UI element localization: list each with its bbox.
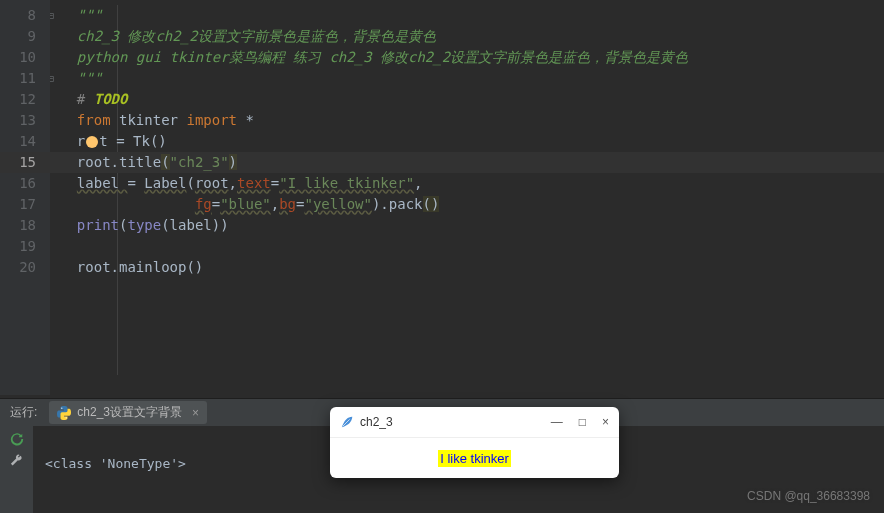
code-text: r bbox=[77, 133, 85, 149]
line-number: 8 bbox=[0, 5, 50, 26]
tk-body: I like tkinker bbox=[330, 438, 619, 478]
import-star: * bbox=[245, 112, 253, 128]
line-number: 20 bbox=[0, 257, 50, 278]
paren: ( bbox=[161, 217, 169, 233]
builtin-type: type bbox=[127, 217, 161, 233]
var-label: label bbox=[77, 175, 128, 191]
watermark: CSDN @qq_36683398 bbox=[747, 489, 870, 503]
rerun-icon[interactable] bbox=[10, 432, 24, 446]
maximize-icon[interactable]: □ bbox=[579, 415, 586, 429]
run-tab[interactable]: ch2_3设置文字背景 × bbox=[49, 401, 207, 424]
tk-title-text: ch2_3 bbox=[360, 415, 393, 429]
method-pack: .pack bbox=[380, 196, 422, 212]
line-number: 18 bbox=[0, 215, 50, 236]
comma: , bbox=[271, 196, 279, 212]
parens: )) bbox=[212, 217, 229, 233]
eq: = bbox=[271, 175, 279, 191]
line-number: 13 bbox=[0, 110, 50, 131]
comma: , bbox=[229, 175, 237, 191]
docstring-quote: """ bbox=[77, 70, 102, 86]
comment-hash: # bbox=[77, 91, 94, 107]
lightbulb-icon[interactable] bbox=[86, 136, 98, 148]
code-text: root.title bbox=[77, 154, 161, 170]
tk-label: I like tkinker bbox=[438, 450, 511, 467]
builtin-print: print bbox=[77, 217, 119, 233]
line-number: 9 bbox=[0, 26, 50, 47]
line-number: 11 bbox=[0, 68, 50, 89]
paren: ( bbox=[161, 154, 169, 170]
code-area[interactable]: ⊟ """ ch2_3 修改ch2_2设置文字前景色是蓝色，背景色是黄色 pyt… bbox=[50, 0, 884, 395]
python-icon bbox=[57, 406, 71, 420]
keyword-import: import bbox=[186, 112, 245, 128]
minimize-icon[interactable]: — bbox=[551, 415, 563, 429]
close-icon[interactable]: × bbox=[602, 415, 609, 429]
parens: () bbox=[423, 196, 440, 212]
kwarg-fg: fg bbox=[195, 196, 212, 212]
wrench-icon[interactable] bbox=[10, 454, 24, 468]
line-gutter: 8 9 10 11 12 13 14 15 16 17 18 19 20 bbox=[0, 0, 50, 395]
var-label: label bbox=[170, 217, 212, 233]
run-label: 运行: bbox=[10, 404, 37, 421]
line-number: 16 bbox=[0, 173, 50, 194]
kwarg-text: text bbox=[237, 175, 271, 191]
docstring-line: ch2_3 修改ch2_2设置文字前景色是蓝色，背景色是黄色 bbox=[77, 28, 436, 44]
feather-icon bbox=[340, 415, 354, 429]
todo-marker: TODO bbox=[94, 91, 128, 107]
close-icon[interactable]: × bbox=[192, 406, 199, 420]
tkinter-window[interactable]: ch2_3 — □ × I like tkinker bbox=[330, 407, 619, 478]
parens: () bbox=[186, 259, 203, 275]
line-number: 12 bbox=[0, 89, 50, 110]
code-editor[interactable]: 8 9 10 11 12 13 14 15 16 17 18 19 20 ⊟ "… bbox=[0, 0, 884, 395]
paren: ( bbox=[186, 175, 194, 191]
paren: ) bbox=[229, 154, 237, 170]
comma: , bbox=[414, 175, 422, 191]
kwarg-bg: bg bbox=[279, 196, 296, 212]
svg-point-1 bbox=[66, 417, 67, 418]
tk-titlebar[interactable]: ch2_3 — □ × bbox=[330, 407, 619, 438]
string-literal: "I like tkinker" bbox=[279, 175, 414, 191]
docstring-line: python gui tkinter菜鸟编程 练习 ch2_3 修改ch2_2设… bbox=[77, 49, 688, 65]
line-number: 19 bbox=[0, 236, 50, 257]
eq: = bbox=[212, 196, 220, 212]
class-name: Label bbox=[144, 175, 186, 191]
run-tab-label: ch2_3设置文字背景 bbox=[77, 404, 182, 421]
parens: () bbox=[150, 133, 167, 149]
run-toolbar bbox=[0, 426, 33, 513]
code-text: = bbox=[127, 175, 144, 191]
code-text: t = Tk bbox=[99, 133, 150, 149]
string-literal: "blue" bbox=[220, 196, 271, 212]
line-number-current: 15 bbox=[0, 152, 50, 173]
line-number: 10 bbox=[0, 47, 50, 68]
keyword-from: from bbox=[77, 112, 119, 128]
docstring-quote: """ bbox=[77, 7, 102, 23]
svg-point-0 bbox=[62, 407, 63, 408]
line-number: 17 bbox=[0, 194, 50, 215]
arg: root bbox=[195, 175, 229, 191]
string-literal: "ch2_3" bbox=[170, 154, 229, 170]
method-mainloop: root.mainloop bbox=[77, 259, 187, 275]
module-name: tkinter bbox=[119, 112, 186, 128]
string-literal: "yellow" bbox=[304, 196, 371, 212]
indent bbox=[77, 196, 195, 212]
line-number: 14 bbox=[0, 131, 50, 152]
